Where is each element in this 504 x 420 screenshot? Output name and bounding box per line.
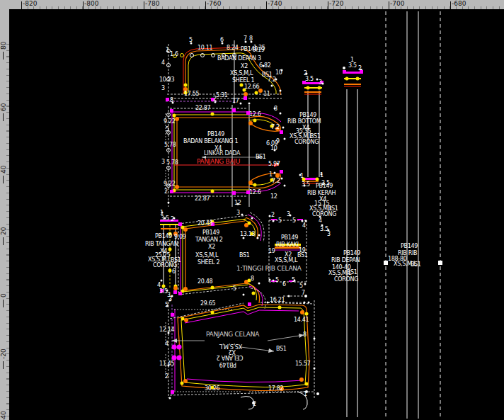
ruler-left-label--40: -40 <box>1 411 7 420</box>
fold-lines <box>232 40 249 207</box>
ruler-top-label--680: -680 <box>452 1 466 7</box>
ruler-left-label-0: 0 <box>1 293 7 297</box>
piece-celana-outline <box>166 300 319 410</box>
pattern-geometry <box>0 0 504 420</box>
piece-rib-kaki-outline <box>267 215 308 304</box>
piece-rib-tangan-strip <box>160 212 178 297</box>
ruler-left-label-40: 40 <box>1 166 7 174</box>
ruler-top-label--800: -800 <box>84 1 98 7</box>
piece-tangan2-outline <box>178 212 265 309</box>
ruler-top-label--720: -720 <box>329 1 343 7</box>
piece-rib-bottom-strip <box>302 73 324 178</box>
drawing-canvas[interactable]: 567810.118.241.3511.64PB1499.19BADAN DEP… <box>0 0 504 420</box>
construction-lines <box>384 11 442 419</box>
ruler-corner <box>0 0 9 9</box>
ruler-top-label--780: -780 <box>145 1 159 7</box>
ruler-top-label--760: -760 <box>207 1 221 7</box>
ruler-left-label-80: 80 <box>1 42 7 50</box>
ruler-top-label--700: -700 <box>390 1 404 7</box>
ruler-left-label--20: -20 <box>1 348 7 359</box>
ruler-left-label-20: 20 <box>1 227 7 235</box>
pattern-cad-window: 567810.118.241.3511.64PB1499.19BADAN DEP… <box>0 0 504 420</box>
ruler-left-label-60: 60 <box>1 103 7 111</box>
ruler-top-label--740: -740 <box>268 1 282 7</box>
ruler-top-label--820: -820 <box>23 1 37 7</box>
piece-badan-belakang-outline <box>166 101 286 208</box>
piece-rib-kerah-bar <box>299 174 330 232</box>
piece-badan-depan-outline <box>166 41 283 105</box>
ruler-horizontal: -820-800-780-760-740-720-700-680 <box>0 0 504 9</box>
ruler-vertical: 806040200-20-40 <box>0 9 9 420</box>
piece-rib-depan-strip <box>343 67 363 417</box>
